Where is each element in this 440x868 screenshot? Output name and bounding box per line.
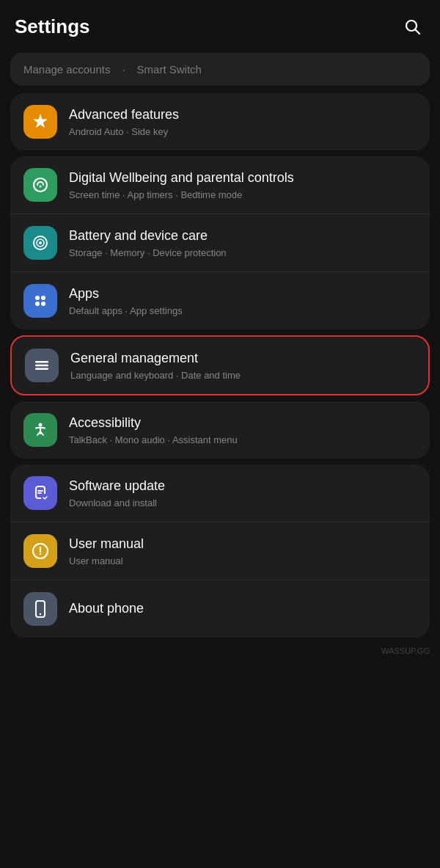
digital-wellbeing-title: Digital Wellbeing and parental controls	[69, 169, 417, 186]
svg-point-3	[40, 186, 42, 188]
advanced-features-subtitle: Android Auto · Side key	[69, 126, 417, 137]
advanced-features-icon	[23, 105, 57, 139]
accessibility-card[interactable]: Accessibility TalkBack · Mono audio · As…	[10, 401, 430, 459]
svg-point-16	[41, 494, 48, 501]
search-button[interactable]	[399, 13, 425, 40]
digital-wellbeing-subtitle: Screen time · App timers · Bedtime mode	[69, 189, 417, 200]
accessibility-text: Accessibility TalkBack · Mono audio · As…	[69, 415, 417, 445]
apps-subtitle: Default apps · App settings	[69, 305, 417, 316]
svg-rect-11	[35, 361, 48, 363]
smart-switch-link[interactable]: Smart Switch	[137, 63, 202, 76]
general-management-card[interactable]: General management Language and keyboard…	[10, 335, 430, 395]
software-update-subtitle: Download and install	[69, 497, 417, 508]
advanced-features-card[interactable]: Advanced features Android Auto · Side ke…	[10, 93, 430, 150]
svg-point-18	[40, 553, 42, 555]
battery-device-care-item[interactable]: Battery and device care Storage · Memory…	[10, 214, 430, 271]
svg-point-8	[41, 296, 45, 300]
about-phone-text: About phone	[69, 600, 417, 617]
general-management-title: General management	[70, 350, 415, 367]
accessibility-subtitle: TalkBack · Mono audio · Assistant menu	[69, 434, 417, 445]
user-manual-icon	[23, 534, 57, 568]
top-accounts-bar[interactable]: Manage accounts · Smart Switch	[10, 53, 430, 86]
svg-point-14	[39, 423, 43, 427]
app-header: Settings	[0, 0, 440, 48]
accessibility-item[interactable]: Accessibility TalkBack · Mono audio · As…	[10, 401, 430, 459]
battery-icon	[23, 226, 57, 260]
digital-wellbeing-icon	[23, 168, 57, 202]
svg-point-7	[35, 296, 40, 300]
svg-line-1	[416, 30, 420, 34]
digital-wellbeing-text: Digital Wellbeing and parental controls …	[69, 169, 417, 200]
svg-point-6	[39, 241, 42, 244]
accessibility-icon	[23, 413, 57, 447]
general-management-item[interactable]: General management Language and keyboard…	[12, 337, 428, 394]
battery-title: Battery and device care	[69, 227, 417, 244]
svg-point-9	[35, 302, 40, 306]
advanced-features-item[interactable]: Advanced features Android Auto · Side ke…	[10, 93, 430, 150]
accessibility-title: Accessibility	[69, 415, 417, 431]
apps-icon	[23, 284, 57, 318]
software-update-icon	[23, 476, 57, 510]
battery-device-care-text: Battery and device care Storage · Memory…	[69, 227, 417, 258]
digital-wellbeing-item[interactable]: Digital Wellbeing and parental controls …	[10, 156, 430, 214]
software-update-text: Software update Download and install	[69, 478, 417, 508]
general-management-subtitle: Language and keyboard · Date and time	[70, 370, 415, 381]
watermark: WASSUP.GG	[0, 643, 440, 658]
apps-title: Apps	[69, 285, 417, 302]
svg-rect-12	[35, 365, 48, 367]
about-phone-icon	[23, 592, 57, 626]
general-management-icon	[25, 349, 59, 382]
advanced-features-text: Advanced features Android Auto · Side ke…	[69, 106, 417, 136]
software-update-title: Software update	[69, 478, 417, 495]
about-phone-title: About phone	[69, 600, 417, 617]
svg-point-10	[41, 302, 45, 306]
manage-accounts-link[interactable]: Manage accounts	[23, 63, 110, 76]
apps-text: Apps Default apps · App settings	[69, 285, 417, 316]
battery-subtitle: Storage · Memory · Device protection	[69, 247, 417, 258]
separator1: ·	[122, 63, 125, 76]
page-title: Settings	[15, 15, 90, 38]
user-manual-subtitle: User manual	[69, 555, 417, 566]
general-management-text: General management Language and keyboard…	[70, 350, 415, 380]
about-phone-item[interactable]: About phone	[10, 580, 430, 638]
software-update-item[interactable]: Software update Download and install	[10, 464, 430, 522]
apps-item[interactable]: Apps Default apps · App settings	[10, 271, 430, 329]
bottom-group-card: Software update Download and install Use…	[10, 464, 430, 638]
user-manual-item[interactable]: User manual User manual	[10, 522, 430, 580]
user-manual-text: User manual User manual	[69, 536, 417, 566]
svg-point-20	[40, 613, 41, 615]
user-manual-title: User manual	[69, 536, 417, 552]
svg-point-2	[34, 178, 47, 192]
advanced-features-title: Advanced features	[69, 106, 417, 123]
middle-group-card: Digital Wellbeing and parental controls …	[10, 156, 430, 329]
svg-rect-13	[35, 368, 48, 371]
